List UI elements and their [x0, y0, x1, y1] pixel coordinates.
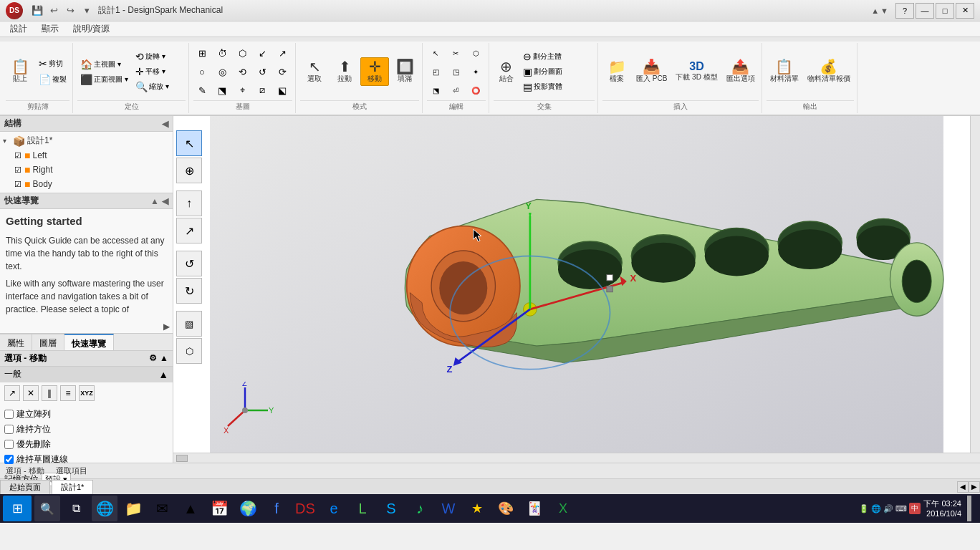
taskbar-calendar[interactable]: 📅 [206, 496, 232, 521]
edit-btn-2[interactable]: ✂ [447, 44, 464, 62]
base-btn-13[interactable]: ⌖ [234, 82, 251, 99]
base-btn-10[interactable]: ⟳ [274, 63, 291, 80]
tree-item-right[interactable]: ☑ ■ Right [0, 163, 173, 177]
opt-icon-5[interactable]: XYZ [79, 385, 95, 401]
taskbar-paint[interactable]: 🎨 [493, 496, 519, 521]
taskbar-misc[interactable]: ★ [464, 496, 490, 521]
scrollbar-thumb[interactable] [176, 455, 188, 462]
opt-icon-1[interactable]: ↗ [4, 385, 20, 401]
quickguide-scroll-right[interactable]: ▶ [163, 322, 170, 332]
tab-nav-left[interactable]: ◀ [957, 481, 969, 493]
price-list-button[interactable]: 💰 物料清單報價 [804, 57, 854, 86]
taskbar-skype[interactable]: S [378, 496, 404, 521]
check-right[interactable]: ☑ [14, 165, 24, 175]
file-insert-button[interactable]: 📁 檔案 [602, 57, 631, 86]
base-btn-3[interactable]: ⬡ [234, 44, 251, 62]
taskbar-explorer[interactable]: 📁 [120, 496, 146, 521]
taskview-button[interactable]: ⧉ [63, 496, 89, 521]
base-btn-8[interactable]: ⟲ [234, 63, 251, 80]
rotate-view-button[interactable]: ⟲旋轉 ▾ [133, 49, 172, 64]
base-btn-4[interactable]: ↙ [254, 44, 271, 62]
base-btn-11[interactable]: ✎ [193, 82, 211, 99]
quick-access-arrow[interactable]: ▾ [80, 4, 94, 18]
edit-btn-7[interactable]: ⬔ [427, 82, 444, 99]
base-btn-1[interactable]: ⊞ [193, 44, 211, 62]
expand-design1[interactable]: ▾ [3, 137, 13, 145]
maximize-button[interactable]: □ [936, 3, 954, 19]
help-button[interactable]: ? [895, 3, 914, 19]
menu-design[interactable]: 設計 [3, 21, 34, 37]
taskbar-word[interactable]: W [436, 496, 461, 521]
taskbar-solitaire[interactable]: 🃏 [522, 496, 547, 521]
check-left[interactable]: ☑ [14, 151, 24, 160]
search-button[interactable]: 🔍 [34, 496, 60, 521]
keep-sketch-link-checkbox[interactable] [4, 455, 14, 464]
base-btn-14[interactable]: ⧄ [254, 82, 271, 99]
edit-btn-6[interactable]: ✦ [467, 63, 484, 80]
base-btn-6[interactable]: ○ [193, 63, 211, 80]
edit-btn-3[interactable]: ⬡ [467, 44, 484, 62]
options-settings-icon[interactable]: ⚙ [149, 353, 157, 363]
tab-nav-right[interactable]: ▶ [969, 481, 980, 493]
base-btn-9[interactable]: ↺ [254, 63, 271, 80]
select-mode-button[interactable]: ↖ 選取 [300, 57, 329, 86]
redo-button[interactable]: ↪ [63, 4, 77, 18]
tab-start-page[interactable]: 起始頁面 [0, 480, 50, 494]
paste-button[interactable]: 📋 貼上 [6, 57, 34, 86]
edit-btn-5[interactable]: ◳ [447, 63, 464, 80]
save-button[interactable]: 💾 [30, 4, 44, 18]
taskbar-ds[interactable]: DS [292, 496, 318, 521]
opt-icon-2[interactable]: ✕ [23, 385, 39, 401]
quickguide-scroll-up[interactable]: ▲ [150, 196, 159, 206]
project-solid-button[interactable]: ▤投影實體 [520, 79, 565, 94]
taskbar-facebook[interactable]: f [264, 496, 289, 521]
taskbar-mail[interactable]: ✉ [149, 496, 175, 521]
zoom-view-button[interactable]: 🔍縮放 ▾ [133, 79, 172, 94]
base-btn-15[interactable]: ⬕ [274, 82, 291, 99]
pull-mode-button[interactable]: ⬆ 拉動 [330, 57, 359, 86]
options-section-general[interactable]: 一般 ▲ [0, 367, 173, 382]
home-view-button[interactable]: 🏠主視圖 ▾ [77, 57, 131, 72]
download-3d-button[interactable]: 3D 下載 3D 模型 [672, 59, 721, 85]
cut-button[interactable]: ✂剪切 [36, 57, 69, 71]
taskbar-excel[interactable]: X [550, 496, 576, 521]
fill-mode-button[interactable]: 🔲 填滿 [390, 57, 419, 86]
keep-orientation-checkbox[interactable] [4, 425, 14, 434]
taskbar-ie[interactable]: 🌐 [92, 496, 117, 521]
tree-item-body[interactable]: ☑ ■ Body [0, 177, 173, 191]
move-mode-button[interactable]: ✛ 移動 [360, 57, 389, 86]
pan-view-button[interactable]: ✛平移 ▾ [133, 64, 172, 79]
tab-properties[interactable]: 屬性 [0, 334, 32, 350]
base-btn-12[interactable]: ⬔ [213, 82, 231, 99]
tab-layers[interactable]: 圖層 [32, 334, 64, 350]
section-collapse-btn[interactable]: ▲ [158, 369, 168, 380]
opt-icon-4[interactable]: ≡ [60, 385, 76, 401]
edit-btn-9[interactable]: ⭕ [467, 82, 484, 99]
export-button[interactable]: 📤 匯出選項 [723, 57, 759, 86]
create-array-checkbox[interactable] [4, 410, 14, 419]
base-btn-5[interactable]: ↗ [274, 44, 291, 62]
opt-icon-3[interactable]: ‖ [42, 385, 57, 401]
prefer-delete-checkbox[interactable] [4, 440, 14, 449]
front-view-button[interactable]: ⬛正面視圖 ▾ [77, 72, 131, 87]
copy-button[interactable]: 📄複製 [36, 72, 69, 87]
base-btn-2[interactable]: ⏱ [213, 44, 231, 62]
3d-viewport[interactable]: X Y Z Z Y X [173, 116, 980, 463]
edit-btn-8[interactable]: ⏎ [447, 82, 464, 99]
edit-btn-1[interactable]: ↖ [427, 44, 444, 62]
options-collapse-btn[interactable]: ▲ [160, 353, 168, 363]
taskbar-browser[interactable]: 🌍 [235, 496, 261, 521]
menu-help[interactable]: 說明/資源 [66, 21, 117, 37]
tree-item-left[interactable]: ☑ ■ Left [0, 148, 173, 163]
base-btn-7[interactable]: ◎ [213, 63, 231, 80]
taskbar-line[interactable]: L [350, 496, 375, 521]
close-button[interactable]: ✕ [956, 3, 974, 19]
quickguide-collapse[interactable]: ◀ [162, 196, 168, 206]
taskbar-drive[interactable]: ▲ [178, 496, 203, 521]
horizontal-scrollbar[interactable] [173, 453, 980, 463]
undo-button[interactable]: ↩ [47, 4, 61, 18]
split-body-button[interactable]: ⊖劃分主體 [520, 49, 565, 64]
combine-button[interactable]: ⊕ 結合 [494, 57, 519, 86]
tree-item-design1[interactable]: ▾ 📦 設計1* [0, 133, 173, 148]
show-desktop-button[interactable] [967, 496, 971, 521]
